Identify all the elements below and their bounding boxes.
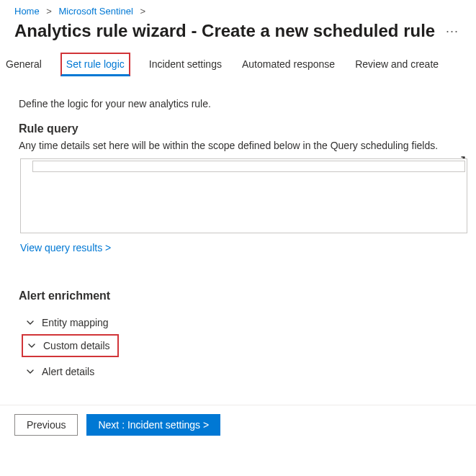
expander-custom-details[interactable]: Custom details xyxy=(22,334,119,357)
breadcrumb-sentinel[interactable]: Microsoft Sentinel xyxy=(59,6,133,17)
tab-set-rule-logic[interactable]: Set rule logic xyxy=(60,53,130,76)
tab-automated-response[interactable]: Automated response xyxy=(241,53,336,76)
wizard-footer: Previous Next : Incident settings > xyxy=(0,405,476,444)
chevron-down-icon xyxy=(27,341,36,350)
intro-text: Define the logic for your new analytics … xyxy=(0,98,476,122)
expander-label: Entity mapping xyxy=(42,317,109,328)
expander-label: Custom details xyxy=(43,340,110,351)
query-input-line[interactable] xyxy=(32,161,465,172)
breadcrumb-sep: > xyxy=(140,6,145,17)
query-editor[interactable] xyxy=(20,158,467,233)
tab-general[interactable]: General xyxy=(4,53,43,76)
breadcrumb-sep: > xyxy=(46,6,52,17)
expander-entity-mapping[interactable]: Entity mapping xyxy=(22,311,113,334)
tab-incident-settings[interactable]: Incident settings xyxy=(148,53,223,76)
tab-review-create[interactable]: Review and create xyxy=(354,53,440,76)
breadcrumb: Home > Microsoft Sentinel > xyxy=(0,0,476,19)
chevron-down-icon xyxy=(26,367,35,376)
next-button[interactable]: Next : Incident settings > xyxy=(86,414,220,436)
previous-button[interactable]: Previous xyxy=(14,414,78,436)
breadcrumb-home[interactable]: Home xyxy=(14,6,40,17)
expander-label: Alert details xyxy=(42,366,94,377)
chevron-down-icon xyxy=(26,318,35,327)
more-actions-button[interactable]: ··· xyxy=(443,24,462,39)
rule-query-sub: Any time details set here will be within… xyxy=(0,140,476,158)
view-query-results-link[interactable]: View query results > xyxy=(20,242,111,253)
expander-alert-details[interactable]: Alert details xyxy=(22,360,99,383)
wizard-tabs: General Set rule logic Incident settings… xyxy=(0,53,476,76)
page-title: Analytics rule wizard - Create a new sch… xyxy=(14,21,443,41)
rule-query-heading: Rule query xyxy=(0,122,476,140)
alert-enrichment-heading: Alert enrichment xyxy=(0,268,476,311)
